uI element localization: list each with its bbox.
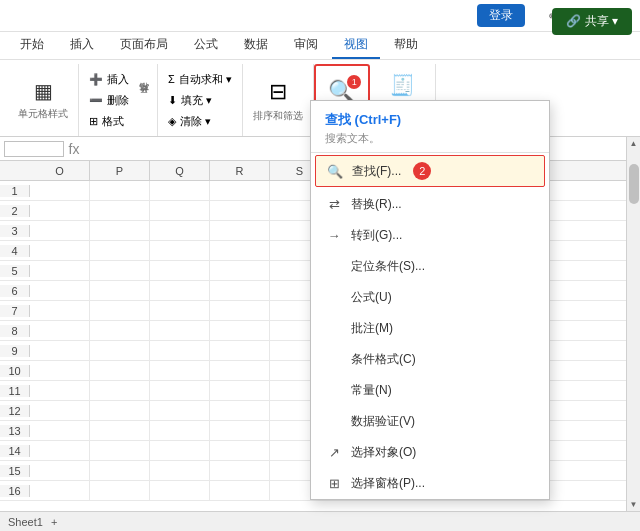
tab-home[interactable]: 开始: [8, 32, 56, 59]
find-label: 查找(F)...: [352, 163, 401, 180]
constant-label: 常量(N): [351, 382, 392, 399]
col-R[interactable]: R: [210, 161, 270, 180]
add-sheet-button[interactable]: +: [51, 516, 57, 528]
scrollbar-thumb[interactable]: [629, 164, 639, 204]
scrollbar-down-arrow[interactable]: ▼: [628, 498, 640, 511]
tab-view[interactable]: 视图: [332, 32, 380, 59]
format-button[interactable]: ⊞ 格式: [85, 112, 133, 131]
comment-item[interactable]: 批注(M): [311, 313, 549, 344]
locate-label: 定位条件(S)...: [351, 258, 425, 275]
select-object-label: 选择对象(O): [351, 444, 416, 461]
tab-formula[interactable]: 公式: [182, 32, 230, 59]
clear-icon: ◈: [168, 115, 176, 128]
sort-filter-icon: ⊟: [269, 79, 287, 105]
fill-icon: ⬇: [168, 94, 177, 107]
scrollbar-up-arrow[interactable]: ▲: [628, 137, 640, 150]
find-icon: 🔍: [326, 164, 344, 179]
cond-format-label: 条件格式(C): [351, 351, 416, 368]
invoice-icon: 🧾: [390, 73, 415, 97]
formula-separator: fx: [64, 141, 84, 157]
locate-item[interactable]: 定位条件(S)...: [311, 251, 549, 282]
data-validation-item[interactable]: 数据验证(V): [311, 406, 549, 437]
format-icon: ⊞: [89, 115, 98, 128]
tab-data[interactable]: 数据: [232, 32, 280, 59]
login-button[interactable]: 登录: [477, 4, 525, 27]
tab-review[interactable]: 审阅: [282, 32, 330, 59]
goto-label: 转到(G)...: [351, 227, 402, 244]
share-button[interactable]: 🔗 共享 ▾: [552, 8, 632, 35]
status-bar: Sheet1 +: [0, 511, 640, 531]
tab-insert[interactable]: 插入: [58, 32, 106, 59]
clear-button[interactable]: ◈ 清除 ▾: [164, 112, 236, 131]
ribbon-tabs: 开始 插入 页面布局 公式 数据 审阅 视图 帮助: [0, 32, 640, 60]
dropdown-title: 查找 (Ctrl+F): [325, 111, 535, 129]
cell-reference[interactable]: [4, 141, 64, 157]
goto-icon: →: [325, 228, 343, 243]
sheet1-tab[interactable]: Sheet1: [8, 516, 43, 528]
selection-pane-label: 选择窗格(P)...: [351, 475, 425, 492]
select-object-item[interactable]: ↗ 选择对象(O): [311, 437, 549, 468]
dropdown-menu: 查找 (Ctrl+F) 搜索文本。 🔍 查找(F)... 2 ⇄ 替换(R)..…: [310, 100, 550, 500]
tab-page-layout[interactable]: 页面布局: [108, 32, 180, 59]
selection-pane-icon: ⊞: [325, 476, 343, 491]
replace-icon: ⇄: [325, 197, 343, 212]
cell[interactable]: [210, 181, 270, 200]
cell-style-icon: ▦: [34, 81, 53, 101]
dropdown-header: 查找 (Ctrl+F) 搜索文本。: [311, 101, 549, 153]
conditional-format-item[interactable]: 条件格式(C): [311, 344, 549, 375]
cell-style-button[interactable]: ▦: [30, 79, 57, 105]
cell[interactable]: [30, 181, 90, 200]
formula-label: 公式(U): [351, 289, 392, 306]
title-bar: 登录 ✏ — ⬜ ✕: [0, 0, 640, 32]
cell[interactable]: [90, 181, 150, 200]
autosum-group: Σ 自动求和 ▾ ⬇ 填充 ▾ ◈ 清除 ▾: [158, 64, 243, 136]
scrollbar-right[interactable]: ▲ ▼: [626, 137, 640, 511]
data-validation-label: 数据验证(V): [351, 413, 415, 430]
goto-item[interactable]: → 转到(G)...: [311, 220, 549, 251]
sort-filter-label: 排序和筛选: [253, 109, 303, 123]
col-P[interactable]: P: [90, 161, 150, 180]
tab-help[interactable]: 帮助: [382, 32, 430, 59]
row-1: 1: [0, 185, 30, 197]
constant-item[interactable]: 常量(N): [311, 375, 549, 406]
col-Q[interactable]: Q: [150, 161, 210, 180]
find-badge: 1: [347, 75, 361, 89]
formula-item[interactable]: 公式(U): [311, 282, 549, 313]
insert-button[interactable]: ➕ 插入: [85, 70, 133, 89]
autosum-icon: Σ: [168, 73, 175, 85]
find-item[interactable]: 🔍 查找(F)... 2: [315, 155, 545, 187]
sort-filter-button[interactable]: ⊟: [265, 77, 291, 107]
fill-button[interactable]: ⬇ 填充 ▾: [164, 91, 236, 110]
cell[interactable]: [150, 181, 210, 200]
delete-icon: ➖: [89, 94, 103, 107]
replace-item[interactable]: ⇄ 替换(R)...: [311, 189, 549, 220]
dropdown-subtitle: 搜索文本。: [325, 131, 535, 146]
autosum-button[interactable]: Σ 自动求和 ▾: [164, 70, 236, 89]
select-object-icon: ↗: [325, 445, 343, 460]
insert-icon: ➕: [89, 73, 103, 86]
replace-label: 替换(R)...: [351, 196, 402, 213]
find-badge: 2: [413, 162, 431, 180]
delete-button[interactable]: ➖ 删除: [85, 91, 133, 110]
cell-style-label: 单元格样式: [18, 107, 68, 121]
cell-style-group: ▦ 单元格样式: [8, 64, 79, 136]
comment-label: 批注(M): [351, 320, 393, 337]
insert-delete-format-group: ➕ 插入 ➖ 删除 ⊞ 格式 单元格: [79, 64, 158, 136]
col-O[interactable]: O: [30, 161, 90, 180]
selection-pane-item[interactable]: ⊞ 选择窗格(P)...: [311, 468, 549, 499]
sort-filter-group: ⊟ 排序和筛选: [243, 64, 314, 136]
